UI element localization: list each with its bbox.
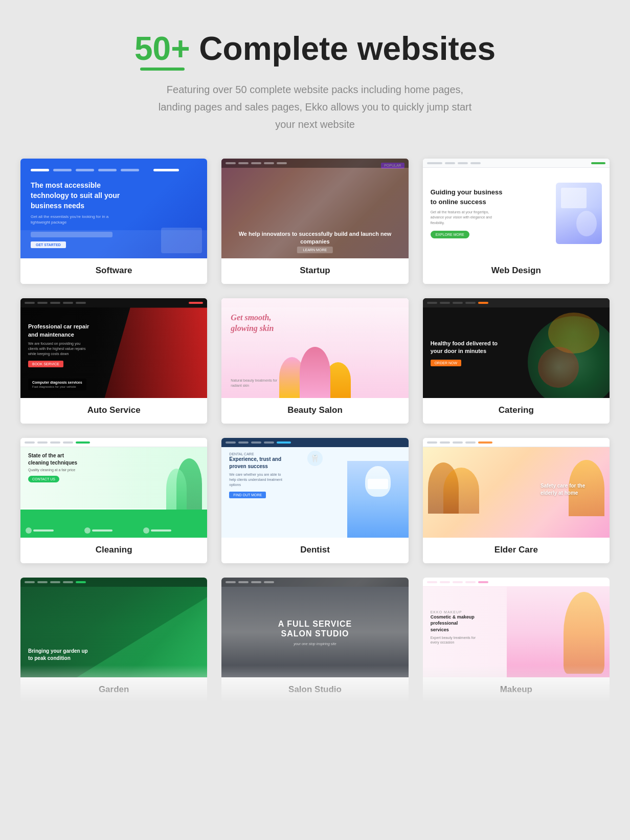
card-label-makeup: Makeup [423,677,610,703]
card-label-webdesign: Web Design [423,258,610,284]
thumb-garden: Bringing your garden up to peak conditio… [20,578,207,677]
accent-number: 50+ [134,31,190,71]
card-makeup[interactable]: Ekko Makeup Cosmetic & makeup profession… [423,578,610,703]
accent-underline [140,68,185,71]
header-subtitle: Featuring over 50 complete website packs… [156,81,474,133]
header-section: 50+ Complete websites Featuring over 50 … [20,31,610,133]
card-salon[interactable]: A FULL SERVICESALON STUDIO your one stop… [221,578,408,703]
card-label-auto: Auto Service [20,398,207,424]
card-catering[interactable]: Healthy food delivered to your door in m… [423,298,610,424]
card-label-cleaning: Cleaning [20,538,207,563]
thumb-makeup: Ekko Makeup Cosmetic & makeup profession… [423,578,610,677]
thumb-auto: Professional car repair and maintenance … [20,298,207,398]
thumb-webdesign: Guiding your business to online success … [423,159,610,258]
thumb-software: The most accessible technology to suit a… [20,159,207,258]
card-label-software: Software [20,258,207,284]
card-startup[interactable]: POPULAR We help innovators to successful… [221,159,408,284]
thumb-startup: POPULAR We help innovators to successful… [221,159,408,258]
card-beauty[interactable]: Get smooth,glowing skin Natural beauty t… [221,298,408,424]
thumb-dentist: DENTAL CARE Experience, trust and proven… [221,438,408,538]
card-cleaning[interactable]: State of the art cleaning techniques Qua… [20,438,207,563]
card-label-dentist: Dentist [221,538,408,563]
website-grid: The most accessible technology to suit a… [20,159,610,703]
card-auto[interactable]: Professional car repair and maintenance … [20,298,207,424]
thumb-beauty: Get smooth,glowing skin Natural beauty t… [221,298,408,398]
card-eldercare[interactable]: Safety care for the elderly at home Elde… [423,438,610,563]
card-label-eldercare: Elder Care [423,538,610,563]
thumb-salon: A FULL SERVICESALON STUDIO your one stop… [221,578,408,677]
thumb-eldercare: Safety care for the elderly at home [423,438,610,538]
thumb-catering: Healthy food delivered to your door in m… [423,298,610,398]
card-dentist[interactable]: DENTAL CARE Experience, trust and proven… [221,438,408,563]
card-webdesign[interactable]: Guiding your business to online success … [423,159,610,284]
card-label-beauty: Beauty Salon [221,398,408,424]
page-title: 50+ Complete websites [20,31,610,71]
thumb-cleaning: State of the art cleaning techniques Qua… [20,438,207,538]
card-label-catering: Catering [423,398,610,424]
card-software[interactable]: The most accessible technology to suit a… [20,159,207,284]
card-label-startup: Startup [221,258,408,284]
page-wrapper: 50+ Complete websites Featuring over 50 … [0,0,630,734]
card-label-garden: Garden [20,677,207,703]
card-garden[interactable]: Bringing your garden up to peak conditio… [20,578,207,703]
card-label-salon: Salon Studio [221,677,408,703]
